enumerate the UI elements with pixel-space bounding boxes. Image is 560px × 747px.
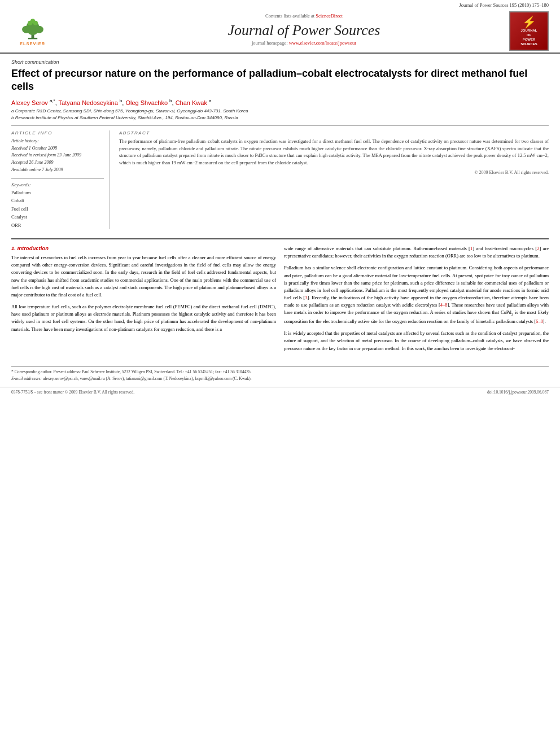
body-left-col: 1. Introduction The interest of research… (11, 245, 276, 357)
history-label: Article history: (11, 138, 104, 145)
author-shvachko: Oleg Shvachko (125, 99, 168, 106)
svg-point-3 (22, 25, 30, 33)
body-right-col: wide range of alternative materials that… (284, 245, 549, 357)
abstract-col: ABSTRACT The performance of platinum-fre… (119, 130, 549, 229)
article-info-abstract: ARTICLE INFO Article history: Received 1… (11, 125, 549, 229)
footer-doi: doi:10.1016/j.jpowsour.2009.06.087 (487, 390, 549, 395)
footnote-email: E-mail addresses: alexey.serov@psi.ch, v… (11, 375, 549, 382)
section-type: Short communication (11, 59, 549, 65)
right-paragraph-2: Palladium has a similar valence shell el… (284, 264, 549, 325)
intro-paragraph-2: All low temperature fuel cells, such as … (11, 303, 276, 333)
online-date: Available online 7 July 2009 (11, 167, 104, 174)
homepage-line: journal homepage: www.elsevier.com/locat… (59, 40, 549, 49)
contents-line: Contents lists available at ScienceDirec… (59, 11, 549, 20)
copyright: © 2009 Elsevier B.V. All rights reserved… (119, 170, 549, 175)
keywords-section: Keywords: PalladiumCobaltFuel cellCataly… (11, 178, 104, 229)
author-serov: Alexey Serov (11, 99, 48, 106)
keywords-list: PalladiumCobaltFuel cellCatalystORR (11, 189, 104, 229)
article-info-col: ARTICLE INFO Article history: Received 1… (11, 130, 110, 229)
received-date: Received 1 October 2008 (11, 145, 104, 152)
header-center: Contents lists available at ScienceDirec… (59, 11, 549, 49)
footer-notes: * Corresponding author. Present address:… (0, 366, 560, 387)
footnote-star: * Corresponding author. Present address:… (11, 369, 549, 375)
right-paragraph-3: It is widely accepted that the propertie… (284, 330, 549, 352)
journal-ref: Journal of Power Sources 195 (2010) 175–… (0, 0, 560, 8)
journal-logo-text: JOURNALOFPOWERSOURCES (520, 29, 537, 46)
right-paragraph-1: wide range of alternative materials that… (284, 245, 549, 260)
elsevier-logo: ELSEVIER (11, 11, 59, 49)
elsevier-tree-icon (19, 15, 47, 40)
authors-line: Alexey Serov a,*, Tatyana Nedoseykina b,… (11, 98, 549, 106)
article-history: Article history: Received 1 October 2008… (11, 138, 104, 174)
abstract-label: ABSTRACT (119, 130, 549, 136)
abstract-text: The performance of platinum-free palladi… (119, 138, 549, 167)
accepted-date: Accepted 26 June 2009 (11, 159, 104, 167)
author-kwak: Chan Kwak (176, 99, 207, 106)
main-content: Short communication Effect of precursor … (0, 54, 560, 362)
affiliations: a Corporate R&D Center, Samsung SDI, Shi… (11, 108, 549, 120)
intro-paragraph-1: The interest of researchers in fuel cell… (11, 254, 276, 299)
svg-point-4 (35, 25, 43, 33)
intro-title: 1. Introduction (11, 245, 276, 251)
footer-issn: 0378-7753/$ – see front matter © 2009 El… (11, 390, 134, 395)
author-nedoseykina: Tatyana Nedoseykina (59, 99, 118, 106)
footer-bottom: 0378-7753/$ – see front matter © 2009 El… (0, 387, 560, 397)
article-info-label: ARTICLE INFO (11, 130, 104, 136)
svg-point-7 (30, 19, 34, 23)
lightning-icon: ⚡ (522, 15, 536, 29)
journal-header: ELSEVIER Contents lists available at Sci… (0, 8, 560, 54)
affiliation-b: b Research Institute of Physics at South… (11, 115, 549, 121)
elsevier-brand-text: ELSEVIER (20, 41, 45, 46)
svg-rect-1 (28, 37, 37, 38)
revised-date: Received in revised form 23 June 2009 (11, 152, 104, 159)
affiliation-a: a Corporate R&D Center, Samsung SDI, Shi… (11, 108, 549, 114)
page: Journal of Power Sources 195 (2010) 175–… (0, 0, 560, 747)
journal-title: Journal of Power Sources (59, 20, 549, 40)
article-body: 1. Introduction The interest of research… (11, 238, 549, 357)
keywords-label: Keywords: (11, 182, 104, 187)
article-title: Effect of precursor nature on the perfor… (11, 67, 549, 94)
journal-logo-box: ⚡ JOURNALOFPOWERSOURCES (509, 11, 549, 51)
